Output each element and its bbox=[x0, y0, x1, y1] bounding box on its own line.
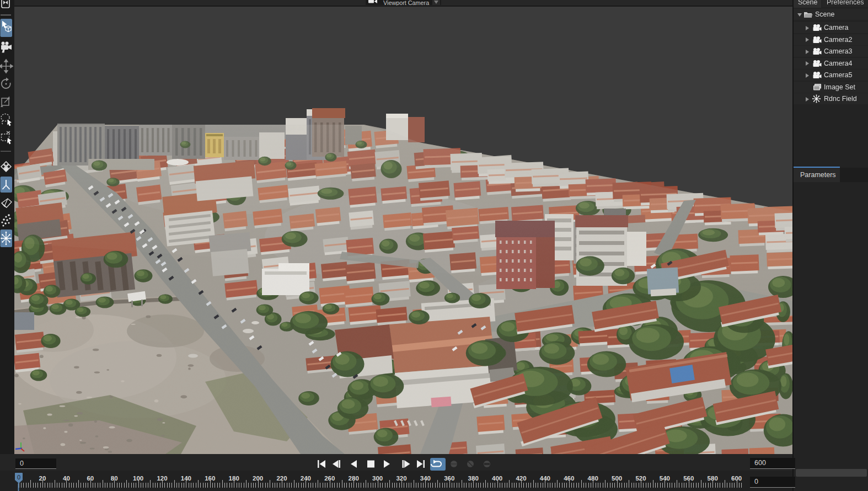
svg-text:Viewport Camera: Viewport Camera bbox=[383, 0, 429, 6]
svg-text:0: 0 bbox=[17, 474, 20, 481]
